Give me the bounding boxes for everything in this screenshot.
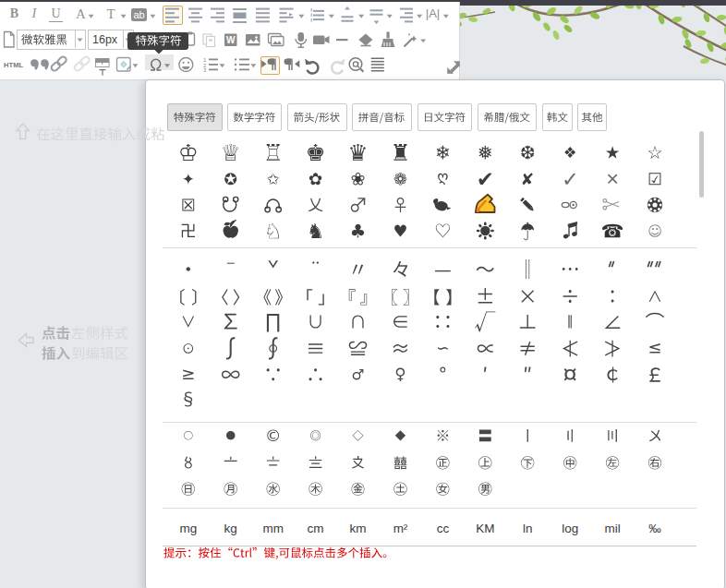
svg-text:3: 3 [203,67,207,73]
